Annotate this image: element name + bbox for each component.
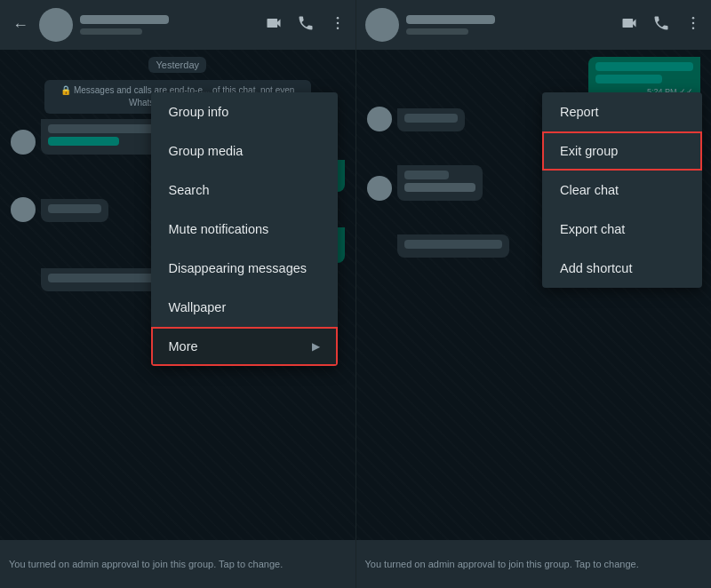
svg-point-5 xyxy=(692,28,695,30)
phone-call-icon[interactable] xyxy=(297,14,315,36)
contact-name-bar xyxy=(406,15,495,24)
contact-status-bar xyxy=(406,28,468,35)
video-call-icon[interactable] xyxy=(620,14,638,36)
left-dropdown-menu: Group info Group media Search Mute notif… xyxy=(151,92,338,366)
chevron-right-icon: ▶ xyxy=(312,340,320,353)
menu-item-more[interactable]: More ▶ xyxy=(151,327,338,366)
menu-item-group-info[interactable]: Group info xyxy=(151,92,338,131)
footer-text: You turned on admin approval to join thi… xyxy=(9,559,347,569)
right-dropdown-menu: Report Exit group Clear chat Export chat… xyxy=(542,92,702,288)
svg-point-1 xyxy=(336,22,339,25)
right-chat-body: 5:24 PM ✓✓ xyxy=(356,50,712,540)
menu-item-disappearing[interactable]: Disappearing messages xyxy=(151,249,338,288)
contact-status-bar xyxy=(80,28,142,35)
menu-item-label: More xyxy=(169,339,198,354)
right-chat-panel: 5:24 PM ✓✓ xyxy=(356,0,712,588)
header-action-icons xyxy=(620,14,702,36)
menu-item-label: Mute notifications xyxy=(169,222,269,236)
menu-item-report[interactable]: Report xyxy=(542,92,702,131)
more-options-icon[interactable] xyxy=(329,14,347,36)
svg-point-0 xyxy=(336,17,339,20)
header-info xyxy=(80,15,258,35)
left-chat-header: ← xyxy=(0,0,356,50)
avatar[interactable] xyxy=(365,8,399,42)
left-chat-panel: ← Yesterday 🔒 Messages and calls are end… xyxy=(0,0,356,588)
more-options-icon[interactable] xyxy=(684,14,702,36)
menu-item-clear-chat[interactable]: Clear chat xyxy=(542,171,702,210)
menu-item-label: Exit group xyxy=(560,144,618,158)
right-chat-footer: You turned on admin approval to join thi… xyxy=(356,540,712,588)
menu-item-label: Group info xyxy=(169,105,229,119)
header-info xyxy=(406,15,614,35)
contact-name-bar xyxy=(80,15,169,24)
right-dropdown-overlay: Report Exit group Clear chat Export chat… xyxy=(356,50,712,540)
menu-item-label: Export chat xyxy=(560,222,625,236)
avatar[interactable] xyxy=(39,8,73,42)
dropdown-overlay: Group info Group media Search Mute notif… xyxy=(0,50,356,540)
menu-item-wallpaper[interactable]: Wallpaper xyxy=(151,288,338,327)
menu-item-exit-group[interactable]: Exit group xyxy=(542,131,702,171)
menu-item-search[interactable]: Search xyxy=(151,171,338,210)
menu-item-label: Search xyxy=(169,183,210,197)
svg-point-2 xyxy=(336,28,339,30)
menu-item-label: Group media xyxy=(169,144,244,158)
left-chat-body: Yesterday 🔒 Messages and calls are end-t… xyxy=(0,50,356,540)
menu-item-label: Disappearing messages xyxy=(169,261,308,275)
phone-call-icon[interactable] xyxy=(652,14,670,36)
menu-item-export-chat[interactable]: Export chat xyxy=(542,210,702,249)
svg-point-3 xyxy=(692,17,695,20)
back-button[interactable]: ← xyxy=(9,12,32,38)
left-chat-footer: You turned on admin approval to join thi… xyxy=(0,540,356,588)
footer-text: You turned on admin approval to join thi… xyxy=(365,559,703,569)
menu-item-label: Clear chat xyxy=(560,183,619,197)
svg-point-4 xyxy=(692,22,695,25)
right-chat-header xyxy=(356,0,712,50)
menu-item-add-shortcut[interactable]: Add shortcut xyxy=(542,249,702,288)
menu-item-label: Add shortcut xyxy=(560,261,632,275)
menu-item-group-media[interactable]: Group media xyxy=(151,131,338,171)
video-call-icon[interactable] xyxy=(265,14,283,36)
menu-item-mute[interactable]: Mute notifications xyxy=(151,210,338,249)
header-action-icons xyxy=(265,14,347,36)
menu-item-label: Report xyxy=(560,105,599,119)
menu-item-label: Wallpaper xyxy=(169,300,227,314)
